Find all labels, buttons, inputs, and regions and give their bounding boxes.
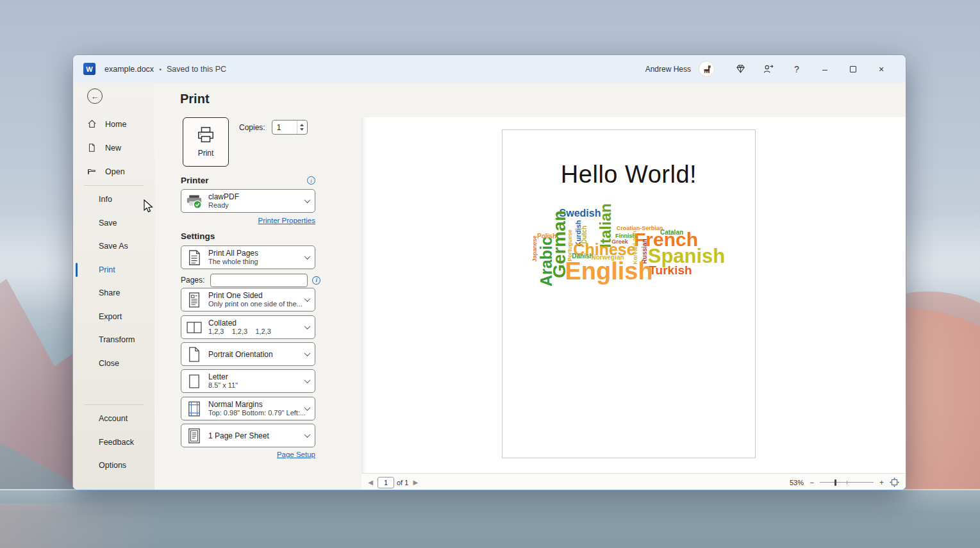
letter-paper-icon: [185, 373, 203, 390]
zoom-slider-tick: [847, 481, 847, 485]
spin-down-icon[interactable]: [300, 128, 304, 131]
collated-icon: [185, 319, 203, 336]
user-avatar[interactable]: [699, 61, 715, 77]
backstage-sidebar: ← Home New: [73, 83, 154, 490]
copies-label: Copies:: [239, 123, 265, 132]
page-count-label: of 1: [397, 479, 408, 486]
printer-properties-link[interactable]: Printer Properties: [181, 217, 315, 224]
chevron-down-icon: [304, 350, 311, 356]
sidebar-item-label: New: [105, 144, 121, 153]
printer-info-icon[interactable]: i: [307, 176, 315, 185]
llama-icon: [702, 64, 712, 74]
sidebar-item-label: Save: [99, 219, 117, 228]
portrait-icon: [185, 346, 203, 363]
open-folder-icon: [87, 167, 97, 177]
person-edit-icon: [763, 63, 774, 75]
user-name: Andrew Hess: [645, 65, 691, 74]
copies-input[interactable]: [272, 120, 297, 134]
sidebar-item-label: Print: [99, 265, 115, 274]
spin-up-icon[interactable]: [300, 124, 304, 126]
wordcloud-word: Arabic: [538, 237, 554, 286]
settings-heading: Settings: [181, 231, 215, 241]
wallpaper-reflection: [0, 503, 167, 548]
copies-spin-buttons[interactable]: [297, 120, 307, 134]
sidebar-item-label: Export: [99, 312, 122, 321]
page-title: Print: [180, 92, 210, 106]
close-button[interactable]: ×: [867, 60, 895, 79]
page-per-sheet-icon: [185, 428, 203, 444]
sidebar-item-save[interactable]: Save: [73, 212, 154, 235]
sidebar-item-export[interactable]: Export: [73, 305, 154, 329]
sidebar-item-options[interactable]: Options: [73, 454, 154, 477]
sidebar-item-save-as[interactable]: Save As: [73, 235, 154, 258]
wordcloud-word: Norwegian: [591, 254, 624, 261]
chevron-down-icon: [304, 197, 311, 203]
document-name: example.docx: [104, 65, 154, 74]
minimize-button[interactable]: –: [811, 60, 839, 79]
page-setup-link[interactable]: Page Setup: [181, 451, 315, 458]
sidebar-item-label: Feedback: [99, 438, 134, 447]
language-wordcloud: SwedishItalianGermanArabicJapanesePolish…: [502, 130, 755, 458]
printer-device-icon: [185, 193, 203, 210]
sidebar-item-share[interactable]: Share: [73, 281, 154, 305]
one-sided-icon: [185, 292, 203, 308]
next-page-button[interactable]: ▶: [411, 479, 420, 486]
sidebar-item-print[interactable]: Print: [73, 258, 154, 282]
chevron-down-icon: [304, 431, 311, 438]
pages-info-icon[interactable]: i: [312, 276, 320, 285]
fit-to-page-button[interactable]: [890, 477, 899, 487]
wordcloud-word: Turkish: [649, 264, 692, 276]
chevron-down-icon: [304, 323, 311, 329]
sidebar-item-transform[interactable]: Transform: [73, 328, 154, 352]
print-preview-pane: Hello World! SwedishItalianGermanArabicJ…: [361, 117, 906, 473]
collation-dropdown[interactable]: Collated 1,2,3 1,2,3 1,2,3: [181, 315, 315, 339]
maximize-button[interactable]: [839, 60, 867, 79]
paper-size-dropdown[interactable]: Letter 8.5" x 11": [181, 369, 315, 393]
word-app-icon: W: [83, 63, 96, 75]
sidebar-item-label: Account: [99, 414, 128, 423]
sidebar-item-account[interactable]: Account: [73, 407, 154, 431]
margins-icon: [185, 401, 203, 417]
back-button[interactable]: ←: [87, 88, 103, 104]
duplex-dropdown[interactable]: Print One Sided Only print on one side o…: [181, 288, 315, 311]
wordcloud-word: Danish: [572, 253, 593, 260]
copies-stepper[interactable]: [272, 120, 308, 135]
sidebar-item-label: Save As: [99, 242, 128, 251]
previous-page-button[interactable]: ◀: [366, 479, 375, 486]
page-number-input[interactable]: [378, 477, 394, 488]
zoom-out-button[interactable]: −: [810, 478, 814, 487]
sidebar-item-new[interactable]: New: [73, 136, 154, 160]
sidebar-item-info[interactable]: Info: [73, 188, 154, 212]
preview-statusbar: ◀ of 1 ▶ 53% − +: [361, 473, 906, 490]
sidebar-item-open[interactable]: Open: [73, 160, 154, 183]
back-arrow-icon: ←: [91, 92, 99, 101]
orientation-dropdown[interactable]: Portrait Orientation: [181, 342, 315, 366]
people-button[interactable]: [754, 60, 783, 79]
zoom-slider[interactable]: [820, 479, 874, 486]
margins-dropdown[interactable]: Normal Margins Top: 0.98" Bottom: 0.79" …: [181, 397, 315, 420]
pages-input[interactable]: [210, 274, 308, 287]
sidebar-item-feedback[interactable]: Feedback: [73, 431, 154, 454]
print-backstage: Print Print Copies:: [154, 83, 906, 490]
sidebar-bottom-group: Account Feedback Options: [73, 407, 154, 477]
zoom-in-button[interactable]: +: [879, 478, 884, 487]
sidebar-item-close[interactable]: Close: [73, 352, 154, 376]
gem-icon: [735, 63, 746, 74]
pages-label: Pages:: [181, 276, 204, 285]
printer-dropdown[interactable]: clawPDF Ready: [181, 189, 315, 213]
sidebar-item-home[interactable]: Home: [73, 112, 154, 136]
sidebar-mid-group: Info Save Save As Print Share Export Tra…: [73, 188, 154, 375]
titlebar: W example.docx • Saved to this PC Andrew…: [73, 55, 906, 83]
wordcloud-word: Latin: [632, 231, 638, 245]
print-range-dropdown[interactable]: Print All Pages The whole thing: [181, 245, 315, 269]
print-button[interactable]: Print: [183, 117, 229, 167]
home-icon: [87, 119, 97, 129]
help-button[interactable]: ?: [783, 60, 811, 79]
sidebar-item-label: Close: [99, 359, 119, 368]
zoom-slider-thumb[interactable]: [835, 479, 836, 486]
chevron-down-icon: [304, 253, 311, 260]
printer-status: Ready: [208, 201, 305, 210]
premium-gem-button[interactable]: [726, 60, 754, 79]
pages-per-sheet-dropdown[interactable]: 1 Page Per Sheet: [181, 424, 315, 447]
printer-heading: Printer: [181, 176, 209, 185]
